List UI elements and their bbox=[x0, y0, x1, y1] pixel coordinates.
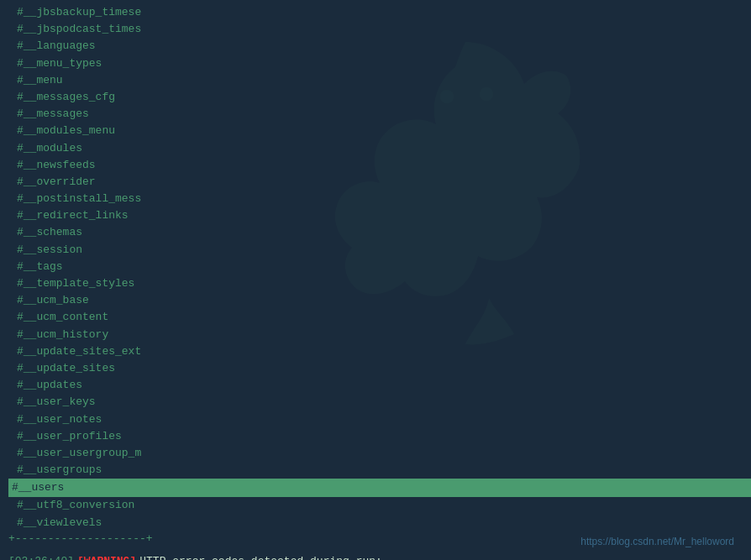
terminal-window: #__jbsbackup_timese#__jbspodcast_times#_… bbox=[0, 0, 751, 560]
table-row: #__user_notes bbox=[8, 411, 751, 428]
table-row: #__user_usergroup_m bbox=[8, 445, 751, 462]
timestamp-1: [03:26:40] bbox=[8, 553, 74, 560]
log-line-1: [03:26:40] [WARNING] HTTP error codes de… bbox=[8, 553, 743, 560]
table-row: #__tags bbox=[8, 259, 751, 275]
table-row: #__utf8_conversion bbox=[8, 497, 751, 514]
table-row: #__template_styles bbox=[8, 275, 751, 292]
table-row: #__viewlevels bbox=[8, 515, 751, 531]
table-row: #__overrider bbox=[8, 174, 751, 191]
table-row: #__users bbox=[8, 479, 751, 497]
table-row: #__postinstall_mess bbox=[8, 191, 751, 207]
table-row: #__menu bbox=[8, 72, 751, 89]
table-row: #__user_profiles bbox=[8, 428, 751, 445]
log-section: [03:26:40] [WARNING] HTTP error codes de… bbox=[0, 547, 751, 560]
terminal-content: #__jbsbackup_timese#__jbspodcast_times#_… bbox=[0, 0, 751, 560]
watermark: https://blog.csdn.net/Mr_helloword bbox=[580, 536, 734, 547]
table-row: #__user_keys bbox=[8, 394, 751, 411]
table-row: #__menu_types bbox=[8, 55, 751, 72]
table-row: #__messages bbox=[8, 106, 751, 123]
table-row: #__redirect_links bbox=[8, 207, 751, 224]
table-row: #__jbsbackup_timese bbox=[8, 4, 751, 21]
table-row: #__session bbox=[8, 242, 751, 259]
table-row: #__ucm_content bbox=[8, 309, 751, 326]
table-row: #__schemas bbox=[8, 224, 751, 241]
table-row: #__update_sites bbox=[8, 360, 751, 377]
table-row: #__update_sites_ext bbox=[8, 343, 751, 360]
table-row: #__messages_cfg bbox=[8, 89, 751, 106]
table-row: #__jbspodcast_times bbox=[8, 21, 751, 38]
table-row: #__updates bbox=[8, 377, 751, 394]
table-row: #__modules_menu bbox=[8, 123, 751, 139]
table-row: #__ucm_base bbox=[8, 292, 751, 309]
table-row: #__languages bbox=[8, 38, 751, 55]
table-rows-list: #__jbsbackup_timese#__jbspodcast_times#_… bbox=[0, 4, 751, 531]
warning-label-1: [WARNING] bbox=[77, 553, 136, 560]
table-row: #__modules bbox=[8, 140, 751, 157]
log-text-1: HTTP error codes detected during run: bbox=[139, 553, 382, 560]
table-row: #__usergroups bbox=[8, 462, 751, 479]
table-row: #__newsfeeds bbox=[8, 157, 751, 174]
table-row: #__ucm_history bbox=[8, 327, 751, 343]
